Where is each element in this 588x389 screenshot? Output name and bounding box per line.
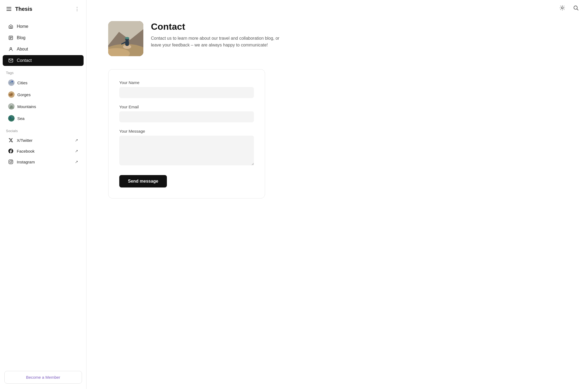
- sidebar-item-blog[interactable]: Blog: [3, 32, 84, 43]
- instagram-arrow-icon: ↗: [75, 160, 78, 164]
- social-instagram-label: Instagram: [17, 160, 35, 164]
- sidebar-nav: Home Blog About: [0, 18, 86, 365]
- blog-icon: [8, 35, 14, 41]
- name-input[interactable]: [119, 87, 254, 98]
- message-textarea[interactable]: [119, 136, 254, 165]
- svg-line-33: [564, 6, 564, 6]
- tag-mountains[interactable]: Mountains: [3, 101, 84, 112]
- svg-point-24: [12, 161, 12, 161]
- svg-point-4: [10, 48, 12, 49]
- page-title: Contact: [151, 21, 281, 32]
- mountains-emoji: [8, 103, 15, 110]
- svg-point-8: [10, 82, 11, 83]
- tag-gorges-label: Gorges: [17, 92, 31, 97]
- svg-line-35: [577, 9, 578, 10]
- page-hero-image: [108, 21, 143, 56]
- svg-line-28: [560, 6, 561, 6]
- sidebar-item-contact[interactable]: Contact: [3, 55, 84, 66]
- nav-label-about: About: [17, 47, 28, 52]
- tag-cities-label: Cities: [17, 81, 28, 85]
- social-facebook-label: Facebook: [17, 149, 35, 153]
- sidebar-item-about[interactable]: About: [3, 44, 84, 55]
- svg-line-29: [564, 9, 564, 10]
- content-area: Contact Contact us to learn more about o…: [87, 16, 330, 215]
- hamburger-icon[interactable]: [5, 6, 12, 12]
- form-group-name: Your Name: [119, 80, 254, 98]
- tag-cities[interactable]: Cities: [3, 77, 84, 88]
- become-member-button[interactable]: Become a Member: [4, 371, 82, 384]
- name-label: Your Name: [119, 80, 254, 85]
- sidebar-footer: Become a Member: [0, 365, 86, 389]
- svg-point-43: [125, 37, 129, 39]
- message-label: Your Message: [119, 129, 254, 133]
- social-twitter-label: X/Twitter: [17, 138, 32, 143]
- svg-point-34: [574, 6, 577, 9]
- nav-label-contact: Contact: [17, 58, 32, 63]
- sidebar-header: Thesis ⋮: [0, 0, 86, 18]
- svg-point-9: [11, 81, 13, 82]
- page-header: Contact Contact us to learn more about o…: [108, 21, 308, 56]
- twitter-icon: [8, 138, 14, 143]
- form-group-message: Your Message: [119, 129, 254, 166]
- sidebar-item-home[interactable]: Home: [3, 21, 84, 32]
- gorges-emoji: [8, 91, 15, 98]
- contact-form: Your Name Your Email Your Message Send m…: [108, 69, 265, 199]
- social-twitter[interactable]: X/Twitter ↗: [3, 135, 84, 145]
- tag-sea[interactable]: Sea: [3, 113, 84, 124]
- cities-emoji: [8, 79, 15, 86]
- sidebar: Thesis ⋮ Home Blog: [0, 0, 87, 389]
- theme-toggle-button[interactable]: [558, 3, 567, 12]
- sea-emoji: [8, 115, 15, 122]
- svg-rect-22: [9, 160, 13, 164]
- contact-icon: [8, 58, 14, 63]
- about-icon: [8, 46, 14, 52]
- more-options-icon[interactable]: ⋮: [74, 5, 81, 13]
- socials-section-label: Socials: [0, 125, 86, 135]
- sidebar-title: Thesis: [15, 6, 32, 12]
- email-label: Your Email: [119, 105, 254, 109]
- facebook-icon: [8, 148, 14, 154]
- instagram-icon: [8, 159, 14, 165]
- svg-point-13: [11, 93, 13, 95]
- nav-label-blog: Blog: [17, 35, 25, 40]
- page-description: Contact us to learn more about our trave…: [151, 35, 281, 49]
- svg-point-20: [9, 117, 11, 118]
- svg-point-21: [12, 118, 13, 119]
- nav-label-home: Home: [17, 24, 28, 29]
- svg-point-23: [10, 161, 12, 163]
- tag-gorges[interactable]: Gorges: [3, 89, 84, 100]
- svg-point-25: [561, 7, 563, 9]
- search-button[interactable]: [571, 3, 580, 12]
- twitter-arrow-icon: ↗: [75, 138, 78, 142]
- tag-sea-label: Sea: [17, 116, 25, 121]
- social-facebook[interactable]: Facebook ↗: [3, 146, 84, 156]
- svg-point-10: [11, 82, 12, 83]
- social-instagram[interactable]: Instagram ↗: [3, 157, 84, 167]
- svg-point-19: [9, 118, 14, 120]
- main-content: Contact Contact us to learn more about o…: [87, 0, 588, 389]
- tag-mountains-label: Mountains: [17, 104, 36, 109]
- form-group-email: Your Email: [119, 105, 254, 122]
- svg-line-32: [560, 9, 561, 10]
- home-icon: [8, 24, 14, 29]
- topbar: [87, 0, 588, 16]
- email-input[interactable]: [119, 111, 254, 122]
- facebook-arrow-icon: ↗: [75, 149, 78, 153]
- page-header-text: Contact Contact us to learn more about o…: [151, 21, 281, 49]
- tags-section-label: Tags: [0, 66, 86, 76]
- send-message-button[interactable]: Send message: [119, 175, 167, 187]
